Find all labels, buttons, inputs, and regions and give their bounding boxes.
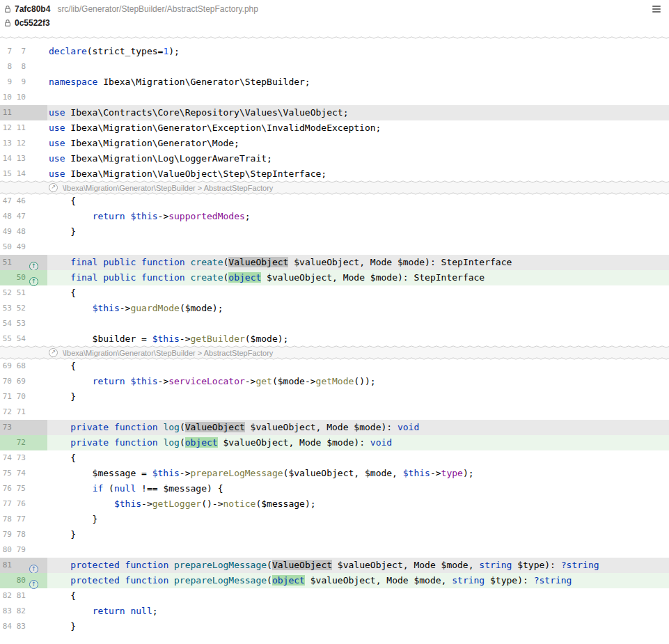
- overriding-method-icon[interactable]: ↑: [29, 277, 38, 286]
- code-text: {: [47, 450, 669, 466]
- code-token: use: [49, 123, 65, 133]
- old-line-number: 50: [0, 239, 12, 255]
- collapsed-region-separator[interactable]: ↗\Ibexa\Migration\Generator\StepBuilder …: [0, 182, 669, 194]
- code-token: );: [168, 46, 180, 56]
- file-path: src/lib/Generator/StepBuilder/AbstractSt…: [57, 4, 258, 14]
- code-token: $type):: [485, 575, 533, 586]
- code-text: }: [47, 512, 669, 527]
- gutter-icon-slot: [29, 212, 40, 221]
- gutter-icon-slot: [29, 109, 40, 118]
- gutter: 7170: [0, 389, 47, 405]
- code-token: ->: [430, 468, 441, 478]
- code-text: namespace Ibexa\Migration\Generator\Step…: [47, 74, 669, 90]
- new-line-number: 79: [14, 542, 26, 558]
- gutter: 7675: [0, 481, 47, 496]
- navigate-icon[interactable]: ↗: [49, 348, 58, 357]
- new-line-number: 13: [14, 151, 26, 166]
- diff-line: 7574 $message = $this->prepareLogMessage…: [0, 466, 669, 481]
- new-line-number: 71: [14, 405, 26, 420]
- gutter: 1413: [0, 151, 47, 166]
- gutter-icon-slot: [29, 47, 40, 56]
- gutter: 7574: [0, 466, 47, 481]
- new-line-number: 51: [14, 285, 26, 301]
- gutter: 80↑: [0, 573, 47, 588]
- new-line-number: 54: [14, 331, 26, 347]
- code-token: use: [49, 138, 65, 148]
- new-line-number: 52: [14, 301, 26, 316]
- code-token: [49, 211, 93, 221]
- collapsed-region-separator[interactable]: [0, 31, 669, 44]
- code-token: function: [141, 272, 185, 283]
- menu-icon[interactable]: [651, 4, 662, 14]
- diff-line: 73 private function log(ValueObject $val…: [0, 420, 669, 435]
- diff-line: 7776 $this->getLogger()->notice($message…: [0, 496, 669, 512]
- new-line-number: 11: [14, 120, 26, 136]
- code-token: function: [141, 257, 185, 267]
- code-token: Ibexa\Migration\Log\LoggerAwareTrait;: [65, 153, 271, 164]
- code-token: [49, 483, 93, 494]
- old-line-number: 15: [0, 166, 12, 182]
- old-line-number: 10: [0, 90, 12, 105]
- new-line-number: 12: [14, 136, 26, 151]
- gutter: 4847: [0, 209, 47, 224]
- gutter: 4948: [0, 224, 47, 239]
- collapsed-region-separator[interactable]: ↗\Ibexa\Migration\Generator\StepBuilder …: [0, 347, 669, 359]
- old-line-number: 76: [0, 481, 12, 496]
- code-text: {: [47, 359, 669, 374]
- code-token: (strict_types=: [87, 46, 164, 56]
- code-text: final public function create(object $val…: [47, 270, 669, 285]
- overridden-method-icon[interactable]: ↑: [29, 565, 38, 574]
- code-token: $valueObject, Mode $mode): StepInterface: [288, 257, 512, 267]
- new-line-number: 80: [14, 573, 26, 588]
- code-token: type: [441, 468, 463, 478]
- old-line-number: 49: [0, 224, 12, 239]
- code-token: prepareLogMessage: [191, 468, 283, 478]
- old-line-number: 74: [0, 450, 12, 466]
- gutter: 7877: [0, 512, 47, 527]
- overridden-method-icon[interactable]: ↑: [29, 580, 38, 589]
- gutter: 7271: [0, 405, 47, 420]
- code-token: null: [130, 606, 152, 616]
- code-token: (: [103, 483, 114, 494]
- lock-icon: [4, 5, 11, 13]
- old-line-number: 48: [0, 209, 12, 224]
- code-token: Ibexa\Migration\Generator\StepBuilder;: [97, 77, 310, 87]
- gutter-icon-slot: [29, 546, 40, 555]
- code-token: if: [93, 483, 104, 494]
- navigate-icon[interactable]: ↗: [49, 183, 58, 192]
- gutter-icon-slot: [29, 155, 40, 164]
- gutter: 7776: [0, 496, 47, 512]
- code-token: [120, 560, 125, 570]
- code-text: }: [47, 527, 669, 542]
- code-token: Ibexa\Migration\Generator\Exception\Inva…: [65, 123, 381, 133]
- code-text: protected function prepareLogMessage(obj…: [47, 573, 669, 588]
- code-token: Ibexa\Contracts\Core\Repository\Values\V…: [65, 107, 348, 118]
- code-token: $valueObject, Mode $mode,: [332, 560, 479, 570]
- diff-line: 4948 }: [0, 224, 669, 239]
- code-token: [120, 575, 125, 586]
- old-line-number: 80: [0, 542, 12, 558]
- code-token: namespace: [49, 77, 97, 87]
- gutter-icon-slot: ↑: [29, 561, 40, 570]
- gutter-icon-slot: [29, 93, 40, 102]
- gutter: 6968: [0, 359, 47, 374]
- code-token: ->: [120, 303, 131, 313]
- new-line-number: 50: [14, 270, 26, 285]
- gutter-icon-slot: [29, 78, 40, 87]
- code-token: }: [49, 391, 76, 402]
- separator-label: \Ibexa\Migration\Generator\StepBuilder >…: [63, 349, 273, 357]
- code-token: $valueObject, Mode $mode,: [305, 575, 452, 586]
- gutter: 8382: [0, 604, 47, 619]
- collapsed-lines-wave: [0, 36, 669, 40]
- old-line-number: 69: [0, 359, 12, 374]
- code-token: }: [49, 529, 76, 540]
- code-text: }: [47, 389, 669, 405]
- overriding-method-icon[interactable]: ↑: [29, 262, 38, 271]
- code-text: return $this->serviceLocator->get($mode-…: [47, 374, 669, 389]
- old-line-number: 82: [0, 588, 12, 604]
- code-token: serviceLocator: [168, 376, 245, 386]
- gutter: 5049: [0, 239, 47, 255]
- gutter-icon-slot: [29, 469, 40, 478]
- diff-line: 8483 }: [0, 619, 669, 634]
- diff-line: 1211use Ibexa\Migration\Generator\Except…: [0, 120, 669, 136]
